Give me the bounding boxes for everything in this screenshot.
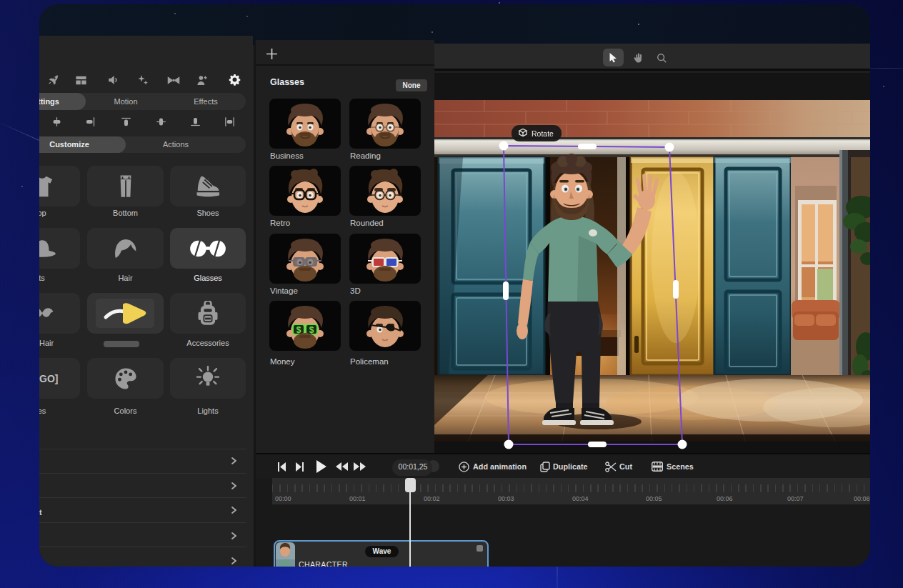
svg-text:Rotate: Rotate [532,129,554,138]
svg-text:$: $ [296,325,301,335]
svg-text:$: $ [309,325,314,335]
